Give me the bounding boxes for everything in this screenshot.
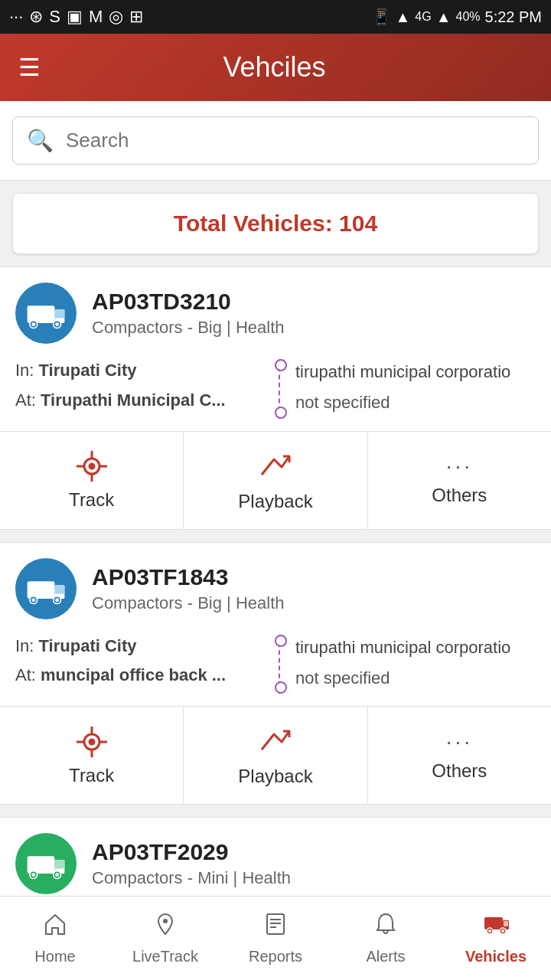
destination-text: tirupathi municipal corporatio [288, 359, 536, 382]
card-actions: Track Playback ··· Others [0, 431, 551, 529]
home-icon [42, 911, 68, 943]
svg-rect-6 [54, 309, 64, 318]
search-box[interactable]: 🔍 [12, 116, 539, 165]
vehicle-icon [15, 833, 77, 894]
location-right: tirupathi municipal corporatio not speci… [279, 359, 536, 419]
search-input[interactable] [66, 129, 524, 152]
alerts-label: Alerts [366, 948, 405, 965]
nav-alerts[interactable]: Alerts [331, 897, 441, 980]
playback-label: Playback [238, 491, 312, 512]
status-icons: ··· ⊛ S ▣ M ◎ ⊞ [9, 7, 143, 27]
vehicle-card: AP03TD3210 Compactors - Big | Health In:… [0, 266, 551, 530]
home-label: Home [34, 948, 75, 965]
svg-point-42 [488, 929, 491, 933]
livetrack-label: LiveTrack [132, 948, 198, 965]
track-label: Track [69, 765, 114, 786]
alerts-icon [373, 911, 399, 943]
nav-reports[interactable]: Reports [220, 897, 331, 980]
chrome-icon: ◎ [109, 7, 123, 27]
track-icon [75, 725, 109, 759]
svg-rect-38 [484, 917, 503, 929]
svg-point-31 [55, 873, 59, 877]
svg-rect-19 [54, 585, 64, 593]
svg-rect-0 [28, 305, 55, 323]
svg-point-44 [501, 929, 504, 933]
others-label: Others [432, 485, 487, 506]
svg-point-5 [55, 322, 59, 326]
track-button[interactable]: Track [0, 432, 184, 529]
card-header: AP03TF1843 Compactors - Big | Health [0, 543, 551, 627]
card-info: AP03TF1843 Compactors - Big | Health [92, 564, 536, 613]
vehicle-card: AP03TF2029 Compactors - Mini | Health [0, 817, 551, 903]
search-container: 🔍 [0, 101, 551, 181]
playback-icon [259, 724, 292, 760]
total-vehicles-label: Total Vehicles: [174, 211, 333, 236]
svg-point-8 [90, 464, 94, 469]
signal2-icon: ▲ [436, 8, 452, 26]
truck-icon [26, 569, 66, 609]
location-at: At: muncipal office back ... [15, 664, 263, 688]
dots-icon: ··· [9, 7, 23, 27]
time-display: 5:22 PM [485, 8, 542, 26]
svg-point-16 [31, 598, 35, 602]
search-icon: 🔍 [27, 128, 54, 153]
vehicle-card: AP03TF1843 Compactors - Big | Health In:… [0, 542, 551, 805]
skype-icon: S [49, 7, 60, 27]
track-button[interactable]: Track [0, 707, 184, 804]
svg-point-18 [55, 598, 59, 602]
whatsapp-icon: ⊛ [29, 7, 43, 27]
truck-icon [26, 293, 66, 333]
plate-number: AP03TD3210 [92, 289, 536, 315]
location-left: In: Tirupati City At: Tirupathi Municipa… [15, 359, 263, 419]
livetrack-icon [152, 911, 178, 943]
page-title: Vehciles [59, 51, 490, 83]
svg-rect-32 [54, 860, 64, 868]
reports-label: Reports [249, 948, 302, 965]
status-bar: ··· ⊛ S ▣ M ◎ ⊞ 📱 ▲ 4G ▲ 40% 5:22 PM [0, 0, 551, 34]
app-header: ☰ Vehciles [0, 34, 551, 101]
others-label: Others [432, 760, 487, 782]
svg-rect-40 [504, 921, 508, 926]
gallery-icon: ⊞ [129, 7, 143, 27]
location-in: In: Tirupati City [15, 359, 263, 383]
location-right: tirupathi municipal corporatio not speci… [279, 635, 536, 694]
card-location: In: Tirupati City At: muncipal office ba… [0, 627, 551, 707]
others-button[interactable]: ··· Others [368, 432, 551, 529]
nav-livetrack[interactable]: LiveTrack [110, 897, 220, 980]
vehicles-label: Vehicles [465, 948, 527, 965]
menu-button[interactable]: ☰ [18, 53, 41, 82]
svg-rect-26 [28, 856, 55, 874]
vehicle-type: Compactors - Mini | Health [92, 868, 536, 888]
reports-icon [262, 911, 289, 943]
card-info: AP03TD3210 Compactors - Big | Health [92, 289, 536, 338]
signal-icon: ▲ [396, 8, 411, 26]
total-vehicles-count: 104 [339, 211, 377, 236]
others-button[interactable]: ··· Others [368, 707, 551, 804]
not-specified-text: not specified [288, 390, 536, 413]
location-in: In: Tirupati City [15, 635, 263, 658]
not-specified-text: not specified [288, 665, 536, 688]
total-vehicles-banner: Total Vehicles: 104 [12, 193, 539, 254]
nav-home[interactable]: Home [0, 897, 110, 980]
svg-rect-13 [28, 581, 55, 599]
others-icon: ··· [446, 730, 473, 754]
bottom-nav: Home LiveTrack Reports [0, 896, 551, 980]
nav-vehicles[interactable]: Vehicles [441, 897, 551, 980]
playback-button[interactable]: Playback [184, 707, 367, 804]
status-right-icons: 📱 ▲ 4G ▲ 40% 5:22 PM [372, 8, 542, 26]
plate-number: AP03TF2029 [92, 839, 536, 865]
msg-icon: ▣ [67, 7, 83, 27]
track-icon [75, 449, 109, 483]
truck-icon [26, 844, 66, 884]
destination-text: tirupathi municipal corporatio [288, 635, 536, 658]
playback-button[interactable]: Playback [184, 432, 367, 529]
vehicle-icon [15, 283, 77, 344]
card-header: AP03TF2029 Compactors - Mini | Health [0, 818, 551, 902]
svg-point-21 [90, 740, 94, 744]
track-label: Track [69, 489, 114, 511]
vehicle-type: Compactors - Big | Health [92, 593, 536, 613]
location-at: At: Tirupathi Municipal C... [15, 389, 263, 413]
card-info: AP03TF2029 Compactors - Mini | Health [92, 839, 536, 888]
vehicle-icon [15, 558, 77, 619]
gmail-icon: M [89, 7, 103, 27]
